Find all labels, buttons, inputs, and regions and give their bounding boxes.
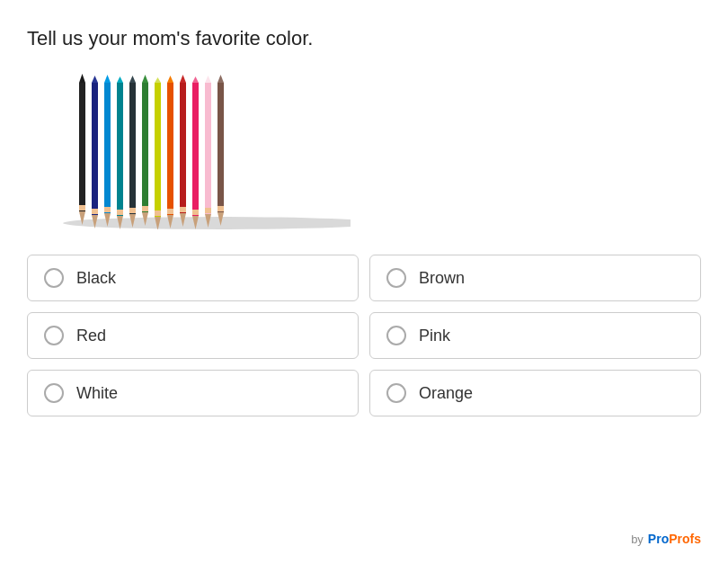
svg-rect-12 [104,207,111,212]
option-black-label: Black [76,269,116,288]
svg-rect-32 [167,209,173,214]
option-red-label: Red [76,327,106,345]
svg-marker-5 [92,83,98,215]
svg-marker-47 [218,75,224,83]
option-pink-label: Pink [419,327,450,345]
svg-marker-13 [117,83,123,216]
svg-marker-9 [104,83,111,213]
svg-marker-15 [117,76,123,83]
svg-marker-29 [167,83,173,215]
svg-marker-37 [192,83,199,216]
svg-marker-19 [129,76,136,83]
option-orange-label: Orange [419,384,473,403]
footer-by-text: by [631,533,644,546]
svg-marker-21 [142,83,148,212]
option-black[interactable]: Black [27,255,359,301]
svg-marker-11 [104,75,111,83]
svg-rect-40 [192,210,199,215]
radio-brown[interactable] [386,268,406,288]
svg-rect-44 [205,208,211,213]
radio-white[interactable] [44,383,64,403]
radio-pink[interactable] [386,326,406,345]
svg-marker-43 [205,76,211,83]
option-white-label: White [76,384,118,403]
option-red[interactable]: Red [27,312,359,359]
svg-rect-8 [92,209,98,214]
radio-orange[interactable] [386,383,406,403]
option-pink[interactable]: Pink [369,312,701,359]
svg-rect-28 [155,210,161,216]
question-title: Tell us your mom's favorite color. [27,27,701,50]
options-grid: Black Brown Red Pink White Orange [27,255,701,416]
svg-marker-41 [205,83,211,214]
option-brown[interactable]: Brown [369,255,701,301]
svg-marker-33 [180,83,186,213]
svg-marker-17 [129,83,136,214]
svg-rect-48 [218,206,224,211]
svg-marker-45 [218,83,224,212]
footer: by ProProfs [27,514,701,546]
svg-marker-31 [167,76,173,83]
footer-brand-pro: Pro [648,532,669,546]
svg-rect-20 [129,208,136,213]
svg-marker-3 [79,74,85,83]
svg-marker-1 [79,83,85,211]
radio-red[interactable] [44,326,64,345]
svg-rect-16 [117,210,123,215]
svg-marker-27 [155,77,161,83]
footer-brand: ProProfs [648,532,701,546]
svg-rect-4 [79,205,85,210]
option-white[interactable]: White [27,370,359,416]
radio-black[interactable] [44,268,64,288]
option-orange[interactable]: Orange [369,370,701,416]
svg-marker-35 [180,75,186,83]
option-brown-label: Brown [419,269,465,288]
svg-rect-24 [142,206,148,211]
footer-brand-profs: Profs [669,532,701,546]
svg-rect-36 [180,207,186,212]
svg-marker-23 [142,75,148,83]
pencils-image [27,72,351,229]
svg-marker-39 [192,76,199,83]
svg-marker-7 [92,76,98,83]
svg-marker-25 [155,83,161,217]
